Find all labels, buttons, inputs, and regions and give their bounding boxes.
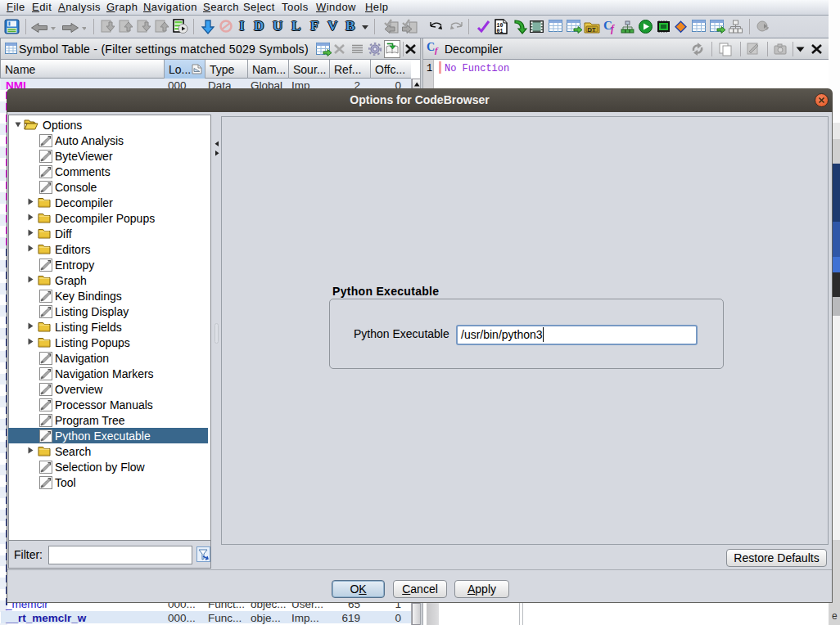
svg-text:DT: DT <box>588 26 596 34</box>
svg-text:01: 01 <box>497 29 504 34</box>
